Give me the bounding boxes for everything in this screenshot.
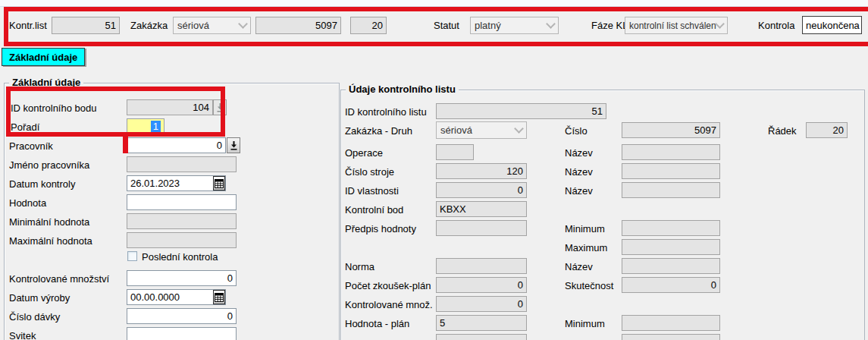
chevron-down-icon [546, 19, 556, 29]
zakazka-druh-label: Zakázka - Druh [345, 125, 412, 137]
posledni-kontrola-checkbox[interactable] [127, 251, 137, 261]
pocet-zkousek-field: 0 [436, 277, 527, 293]
chevron-down-icon [715, 19, 725, 29]
id-bodu-label: ID kontrolního bodu [11, 102, 96, 115]
maximum-predpis-field [622, 239, 720, 255]
zakazka-druh-select-2[interactable]: sériová [436, 121, 527, 139]
calendar-icon [215, 179, 224, 188]
jmeno-field [127, 156, 237, 172]
nazev-vlastnosti-field [622, 182, 720, 198]
minimum-plan-label: Minimum [565, 318, 605, 330]
id-bodu-field: 104 [127, 99, 213, 115]
id-bodu-lookup-button [213, 99, 227, 115]
kontr-list-field: 51 [52, 17, 120, 34]
arrow-down-underline-icon [230, 141, 237, 150]
kontrolovane-mnozstvi-input[interactable]: 0 [127, 270, 237, 286]
window-top-edge [0, 0, 868, 7]
kontrolni-list-form: Kontr.list 51 Zakázka sériová 5097 20 St… [0, 0, 868, 340]
datum-kontroly-input[interactable]: 26.01.2023 [127, 175, 226, 191]
kontr-list-label: Kontr.list [9, 20, 47, 32]
kontrolovane-mnoz-field: 0 [436, 296, 527, 312]
zakazka-cislo-field: 5097 [255, 17, 341, 34]
zakazka-druh-select[interactable]: sériová [173, 17, 251, 34]
predpis-hodnoty-label: Předpis hodnoty [345, 223, 416, 235]
nazev-operace-field [622, 144, 720, 160]
norma-label: Norma [345, 261, 374, 273]
hodnota-plan-label: Hodnota - plán [345, 318, 409, 330]
datum-vyroby-calendar-button[interactable] [213, 290, 225, 304]
minimum-plan-field [622, 315, 720, 331]
min-hodnota-field [127, 213, 237, 229]
radek-label: Řádek [768, 125, 797, 137]
faze-kl-label: Fáze KL [591, 20, 628, 32]
partial-bottom-field [622, 334, 720, 340]
id-listu-field: 51 [436, 103, 606, 119]
chevron-down-icon [514, 124, 524, 134]
norma-field [436, 258, 527, 274]
posledni-kontrola-label: Poslední kontrola [142, 251, 218, 263]
cislo-field: 5097 [622, 122, 720, 138]
tab-label: Základní údaje [9, 52, 77, 63]
chevron-down-icon [238, 19, 248, 29]
radek-field: 20 [806, 122, 848, 138]
kontrolovane-mnozstvi-label: Kontrolované množství [9, 273, 109, 285]
pocet-zkousek-label: Počet zkoušek-plán [345, 280, 431, 292]
skutecnost-field: 0 [622, 277, 720, 293]
statut-value: platný [475, 20, 501, 31]
svitek-input[interactable] [127, 327, 237, 340]
hodnota-label: Hodnota [9, 197, 46, 209]
zakazka-druh-value: sériová [177, 20, 209, 31]
selected-text: 1 [151, 121, 161, 132]
nazev-stroje-field [622, 163, 720, 179]
id-listu-label: ID kontrolního listu [345, 106, 427, 118]
cislo-label: Číslo [565, 125, 588, 137]
datum-kontroly-calendar-button[interactable] [213, 176, 225, 190]
cislo-davky-input[interactable]: 0 [127, 308, 237, 324]
max-hodnota-field [127, 232, 237, 248]
tab-zakladni-udaje[interactable]: Základní údaje [2, 48, 85, 66]
faze-kl-value: kontrolní list schválen [629, 20, 716, 31]
predpis-hodnoty-field [436, 220, 527, 236]
cislo-stroje-field: 120 [436, 163, 527, 179]
datum-vyroby-input[interactable]: 00.00.0000 [127, 289, 226, 305]
zakazka-label: Zakázka [130, 20, 168, 32]
maximum-predpis-label: Maximum [565, 242, 607, 254]
nazev-normy-label: Název [565, 261, 593, 273]
faze-kl-select[interactable]: kontrolní list schválen [625, 17, 728, 34]
cislo-davky-label: Číslo dávky [9, 311, 60, 323]
statut-select[interactable]: platný [470, 17, 559, 34]
nazev-operace-label: Název [565, 147, 593, 159]
poradi-label: Pořadí [11, 121, 39, 134]
nazev-vlastnosti-label: Název [565, 185, 593, 197]
statut-label: Statut [434, 20, 459, 32]
nazev-normy-field [622, 258, 720, 274]
hodnota-input[interactable] [127, 194, 237, 210]
id-vlastnosti-label: ID vlastnosti [345, 185, 399, 197]
hodnota-plan-field: 5 [436, 315, 527, 331]
right-group-title: Údaje kontrolního listu [346, 83, 459, 95]
kontrolovane-mnoz-label: Kontrolované množ. [345, 299, 433, 311]
svitek-label: Svitek [9, 330, 36, 340]
cislo-stroje-label: Číslo stroje [345, 166, 394, 178]
kontrolni-bod-field: KBXX [436, 201, 527, 217]
pracovnik-input[interactable]: 0 [127, 137, 226, 153]
datum-kontroly-label: Datum kontroly [9, 178, 75, 190]
pracovnik-lookup-button[interactable] [227, 137, 240, 153]
operace-field [436, 144, 474, 160]
zakazka-druh-value-2: sériová [440, 124, 472, 136]
min-hodnota-label: Minimální hodnota [9, 216, 89, 228]
nazev-stroje-label: Název [565, 166, 593, 178]
datum-vyroby-label: Datum výroby [9, 292, 70, 304]
kontrola-label: Kontrola [758, 20, 794, 32]
poradi-input[interactable]: 1 [127, 118, 165, 134]
arrow-down-underline-icon [217, 103, 224, 112]
kontrola-field[interactable]: neukončena [802, 16, 862, 34]
max-hodnota-label: Maximální hodnota [9, 235, 92, 247]
left-group-title: Základní údaje [9, 77, 83, 88]
minimum-predpis-field [622, 220, 720, 236]
partial-bottom-field [436, 334, 527, 340]
kontrolni-bod-label: Kontrolní bod [345, 204, 403, 216]
pracovnik-label: Pracovník [9, 140, 53, 153]
id-vlastnosti-field: 0 [436, 182, 527, 198]
jmeno-label: Jméno pracovníka [9, 159, 89, 172]
